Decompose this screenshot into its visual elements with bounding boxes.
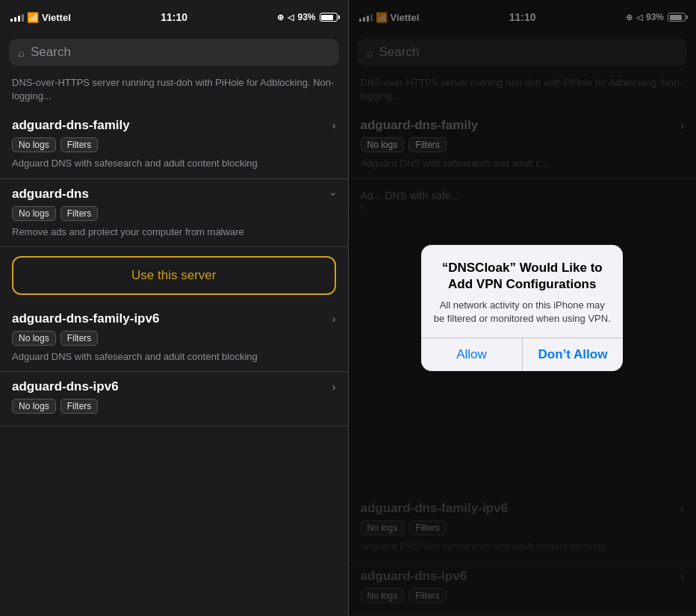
use-server-button[interactable]: Use this server [12,256,336,295]
left-status-left: 📶 Viettel [10,12,71,23]
search-icon: ⌕ [18,46,25,59]
tag-filters: Filters [60,137,99,152]
carrier-label: Viettel [42,12,71,23]
dns-desc-adguard-dns: Remove ads and protect your computer fro… [12,225,336,239]
chevron-expand-icon: › [328,192,340,196]
vpn-dialog: “DNSCloak” Would Like to Add VPN Configu… [421,245,623,372]
battery-icon [320,13,338,22]
left-time-label: 11:10 [161,11,187,23]
dialog-overlay: “DNSCloak” Would Like to Add VPN Configu… [349,0,697,616]
tags-adguard-dns: No logs Filters [12,206,336,221]
chevron-icon: › [332,119,336,131]
left-dns-top-desc: DNS-over-HTTPS server running rust-doh w… [0,72,348,111]
tags-adguard-family-ipv6: No logs Filters [12,331,336,346]
dns-desc-adguard-family-ipv6: Adguard DNS with safesearch and adult co… [12,350,336,364]
dialog-title: “DNSCloak” Would Like to Add VPN Configu… [433,260,611,293]
right-phone-panel: 📶 Viettel 11:10 ⊕ ◁ 93% ⌕ Search DNS-ove… [349,0,697,616]
dns-item-adguard-family-ipv6[interactable]: adguard-dns-family-ipv6 › No logs Filter… [0,304,348,372]
dialog-allow-button[interactable]: Allow [421,338,522,371]
dns-name-adguard-family-ipv6: adguard-dns-family-ipv6 [12,311,159,326]
dns-item-adguard-ipv6[interactable]: adguard-dns-ipv6 › No logs Filters [0,372,348,426]
tag-filters-2: Filters [60,206,99,221]
dialog-message: All network activity on this iPhone may … [433,299,611,326]
left-phone-panel: 📶 Viettel 11:10 ⊕ ◁ 93% ⌕ Search DNS-ove… [0,0,348,616]
tags-adguard-family: No logs Filters [12,137,336,152]
chevron-icon-4: › [332,381,336,393]
tag-no-logs-2: No logs [12,206,56,221]
left-search-label: Search [31,45,71,60]
dns-item-adguard-family[interactable]: adguard-dns-family › No logs Filters Adg… [0,111,348,178]
wifi-icon: 📶 [27,12,39,23]
tags-adguard-ipv6: No logs Filters [12,399,336,414]
left-status-bar: 📶 Viettel 11:10 ⊕ ◁ 93% [0,0,348,33]
left-search-bar[interactable]: ⌕ Search [9,39,339,66]
dialog-dont-allow-button[interactable]: Don’t Allow [522,338,624,371]
tag-no-logs: No logs [12,137,56,152]
signal-bars-icon [10,13,24,22]
left-status-right: ⊕ ◁ 93% [277,12,337,22]
dialog-content: “DNSCloak” Would Like to Add VPN Configu… [421,245,623,338]
dns-desc-adguard-family: Adguard DNS with safesearch and adult co… [12,157,336,170]
left-dns-list: DNS-over-HTTPS server running rust-doh w… [0,72,348,616]
chevron-icon-3: › [332,313,336,325]
tag-no-logs-4: No logs [12,399,56,414]
tag-filters-3: Filters [60,331,99,346]
tag-no-logs-3: No logs [12,331,56,346]
battery-percent-label: 93% [297,12,315,22]
dns-name-adguard-family: adguard-dns-family [12,118,130,133]
tag-filters-4: Filters [60,399,99,414]
location-icon: ◁ [288,13,293,22]
dns-name-adguard-dns: adguard-dns [12,187,89,202]
dns-name-adguard-ipv6: adguard-dns-ipv6 [12,379,119,394]
dialog-buttons: Allow Don’t Allow [421,337,623,371]
dns-item-adguard-dns[interactable]: adguard-dns › No logs Filters Remove ads… [0,179,348,247]
globe-icon: ⊕ [277,13,284,22]
